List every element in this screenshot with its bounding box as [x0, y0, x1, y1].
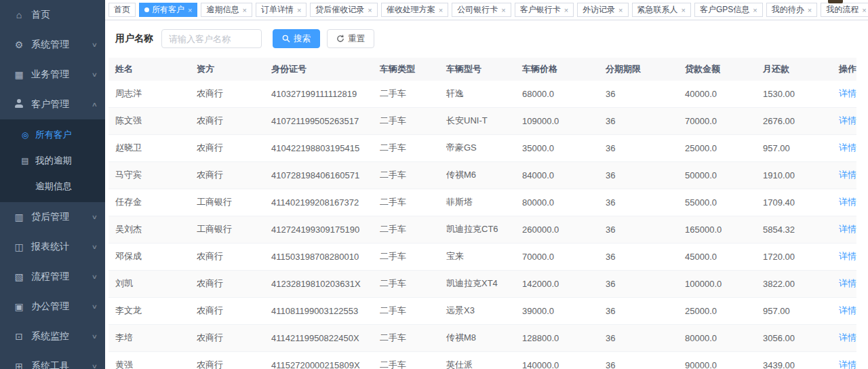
cell-monthly-payment: 1720.00: [756, 244, 832, 271]
sidebar-item-label: 贷后管理: [31, 211, 92, 223]
tab-label: 客户GPS信息: [700, 4, 749, 16]
customer-name-input[interactable]: [161, 29, 262, 48]
tab[interactable]: 订单详情 ×: [256, 3, 307, 17]
chevron-down-icon: ∨: [92, 273, 98, 280]
cell-id-number: 41142119950822450X: [264, 325, 373, 352]
tab[interactable]: 贷后催收记录 ×: [310, 3, 377, 17]
cell-vehicle-type: 二手车: [373, 244, 439, 271]
cell-vehicle-type: 二手车: [373, 189, 439, 216]
cell-vehicle-model: 英仕派: [439, 352, 515, 369]
cell-loan-amount: 70000.0: [678, 108, 756, 135]
close-icon[interactable]: ×: [808, 6, 812, 14]
col-header-monthly-payment: 月还款: [756, 58, 832, 81]
cell-monthly-payment: 3056.00: [756, 325, 832, 352]
cell-vehicle-model: 帝豪GS: [439, 135, 515, 162]
detail-link[interactable]: 详情: [839, 360, 856, 369]
detail-link[interactable]: 详情: [839, 170, 856, 180]
detail-link[interactable]: 详情: [839, 332, 856, 343]
detail-link[interactable]: 详情: [839, 142, 856, 153]
close-icon[interactable]: ×: [862, 6, 866, 14]
app-window: ⌂ 首页 ⚙ 系统管理 ∨ ▦ 业务管理 ∨ 客户管理 ∧ ◎ 所有客户 ▤ 我…: [0, 0, 868, 369]
tab[interactable]: 紧急联系人 ×: [632, 3, 691, 17]
cell-monthly-payment: 1910.00: [756, 162, 832, 189]
chevron-down-icon: ∨: [92, 303, 98, 310]
cell-vehicle-price: 128800.0: [515, 325, 599, 352]
cell-installment-term: 36: [599, 271, 678, 298]
sidebar-item-business-mgmt[interactable]: ▦ 业务管理 ∨: [0, 60, 105, 90]
sidebar-item-system-monitor[interactable]: ⊡ 系统监控 ∨: [0, 322, 105, 351]
sidebar-item-process-mgmt[interactable]: ▧ 流程管理 ∨: [0, 262, 105, 292]
search-button[interactable]: 搜索: [273, 29, 320, 48]
sidebar-item-postloan-mgmt[interactable]: ▥ 贷后管理 ∨: [0, 202, 105, 232]
tab-label: 订单详情: [261, 4, 294, 16]
cell-vehicle-price: 39000.0: [515, 298, 599, 325]
close-icon[interactable]: ×: [242, 6, 246, 14]
cell-funder: 农商行: [190, 162, 264, 189]
tab[interactable]: 公司银行卡 ×: [452, 3, 511, 17]
detail-link[interactable]: 详情: [839, 115, 856, 125]
chart-icon: ◫: [14, 241, 24, 252]
tab[interactable]: 所有客户 ×: [139, 3, 197, 17]
cell-vehicle-model: 轩逸: [439, 81, 515, 108]
detail-link[interactable]: 详情: [839, 88, 856, 98]
cell-vehicle-price: 142000.0: [515, 271, 599, 298]
sidebar-item-label: 报表统计: [31, 241, 92, 253]
reset-button[interactable]: 重置: [327, 29, 374, 48]
tab[interactable]: 客户GPS信息 ×: [694, 3, 763, 17]
sidebar-item-all-customers[interactable]: ◎ 所有客户: [0, 122, 105, 148]
sidebar-item-home[interactable]: ⌂ 首页: [0, 0, 105, 30]
office-icon: ▣: [14, 301, 24, 312]
cell-funder: 工商银行: [190, 189, 264, 216]
partial-avatar[interactable]: [828, 0, 843, 3]
tab[interactable]: 我的待办 ×: [766, 3, 817, 17]
close-icon[interactable]: ×: [501, 6, 505, 14]
close-icon[interactable]: ×: [618, 6, 623, 14]
close-icon[interactable]: ×: [753, 6, 757, 14]
sidebar-item-system-tools[interactable]: ⊞ 系统工具 ∨: [0, 351, 105, 369]
cell-installment-term: 36: [599, 108, 678, 135]
chevron-down-icon: ∨: [92, 41, 98, 48]
cell-name: 黄强: [108, 352, 190, 369]
sidebar-item-office-mgmt[interactable]: ▣ 办公管理 ∨: [0, 292, 105, 322]
cell-vehicle-model: 凯迪拉克CT6: [439, 216, 515, 244]
tab-label: 逾期信息: [206, 4, 239, 16]
tab[interactable]: 逾期信息 ×: [201, 3, 252, 17]
cell-funder: 农商行: [190, 271, 264, 298]
sidebar-item-report-stats[interactable]: ◫ 报表统计 ∨: [0, 232, 105, 262]
close-icon[interactable]: ×: [188, 6, 192, 14]
tab[interactable]: 外访记录 ×: [577, 3, 628, 17]
detail-link[interactable]: 详情: [839, 305, 856, 315]
tab[interactable]: 首页 ×: [108, 3, 136, 17]
cell-vehicle-model: 菲斯塔: [439, 189, 515, 216]
close-icon[interactable]: ×: [439, 6, 443, 14]
cell-vehicle-type: 二手车: [373, 325, 439, 352]
tab[interactable]: 客户银行卡 ×: [515, 3, 574, 17]
detail-link[interactable]: 详情: [839, 251, 856, 261]
sidebar-item-label: 系统管理: [31, 39, 92, 51]
close-icon[interactable]: ×: [297, 6, 301, 14]
sidebar-item-my-overdue[interactable]: ▤ 我的逾期: [0, 148, 105, 174]
table-body: 周志洋 农商行 410327199111112819 二手车 轩逸 68000.…: [108, 81, 856, 369]
cell-vehicle-price: 70000.0: [515, 244, 599, 271]
tab[interactable]: 我的流程 ×: [821, 3, 868, 17]
sidebar-item-label: 逾期信息: [35, 180, 105, 193]
cell-id-number: 411503198708280010: [264, 244, 373, 271]
table-row: 邓保成 农商行 411503198708280010 二手车 宝来 70000.…: [108, 244, 856, 271]
sidebar-item-customer-mgmt[interactable]: 客户管理 ∧: [0, 90, 105, 119]
close-icon[interactable]: ×: [682, 6, 686, 14]
cell-vehicle-price: 68000.0: [515, 81, 599, 108]
detail-link[interactable]: 详情: [839, 197, 856, 207]
sidebar-item-system-mgmt[interactable]: ⚙ 系统管理 ∨: [0, 30, 105, 60]
cell-installment-term: 36: [599, 352, 678, 369]
cell-name: 任存金: [108, 189, 190, 216]
close-icon[interactable]: ×: [564, 6, 568, 14]
sidebar-item-overdue-info[interactable]: 逾期信息: [0, 174, 105, 199]
detail-link[interactable]: 详情: [839, 224, 856, 234]
detail-link[interactable]: 详情: [839, 278, 856, 288]
search-icon: [282, 35, 290, 43]
tab[interactable]: 催收处理方案 ×: [381, 3, 448, 17]
cell-installment-term: 36: [599, 135, 678, 162]
cell-vehicle-type: 二手车: [373, 135, 439, 162]
col-header-vehicle-model: 车辆型号: [439, 58, 515, 81]
close-icon[interactable]: ×: [368, 6, 372, 14]
